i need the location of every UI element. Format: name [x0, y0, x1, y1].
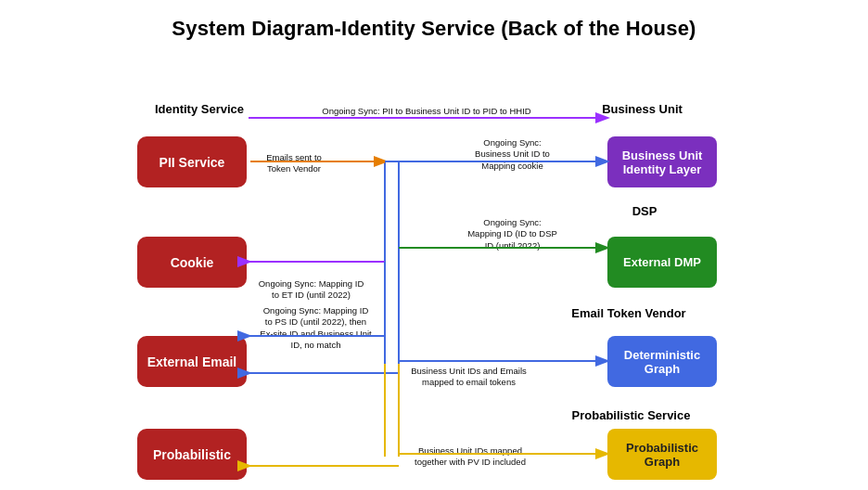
- label-identity-service: Identity Service: [144, 102, 255, 116]
- annot-bu-emails: Business Unit IDs and Emailsmapped to em…: [397, 366, 541, 389]
- page-title: System Diagram-Identity Service (Back of…: [0, 0, 868, 48]
- annot-mapping-dsp: Ongoing Sync:Mapping ID (ID to DSPID (un…: [450, 217, 575, 251]
- external-email-box: External Email: [137, 336, 247, 387]
- annot-emails-token: Emails sent toToken Vendor: [248, 152, 340, 175]
- annot-bu-probabilistic: Business Unit IDs mappedtogether with PV…: [401, 445, 540, 469]
- label-probabilistic-service: Probabilistic Service: [555, 408, 708, 422]
- business-unit-identity-layer-box: Business UnitIdentity Layer: [607, 136, 717, 187]
- annot-ongoing-sync-pii: Ongoing Sync: PII to Business Unit ID to…: [297, 106, 556, 117]
- label-dsp: DSP: [589, 204, 700, 218]
- probabilistic-graph-box: Probabilistic Graph: [607, 429, 717, 480]
- label-email-token-vendor: Email Token Vendor: [555, 306, 703, 320]
- deterministic-graph-box: Deterministic Graph: [607, 336, 717, 387]
- diagram-area: Identity Service Business Unit DSP Email…: [0, 48, 868, 483]
- pii-service-box: PII Service: [137, 136, 247, 187]
- probabilistic-box: Probabilistic: [137, 429, 247, 480]
- cookie-box: Cookie: [137, 237, 247, 288]
- annot-mapping-et: Ongoing Sync: Mapping IDto ET ID (until …: [244, 278, 378, 302]
- label-business-unit: Business Unit: [575, 102, 709, 116]
- annot-bu-mapping-cookie: Ongoing Sync:Business Unit ID toMapping …: [450, 137, 575, 172]
- annot-mapping-ps: Ongoing Sync: Mapping IDto PS ID (until …: [244, 305, 388, 351]
- external-dmp-box: External DMP: [607, 237, 717, 288]
